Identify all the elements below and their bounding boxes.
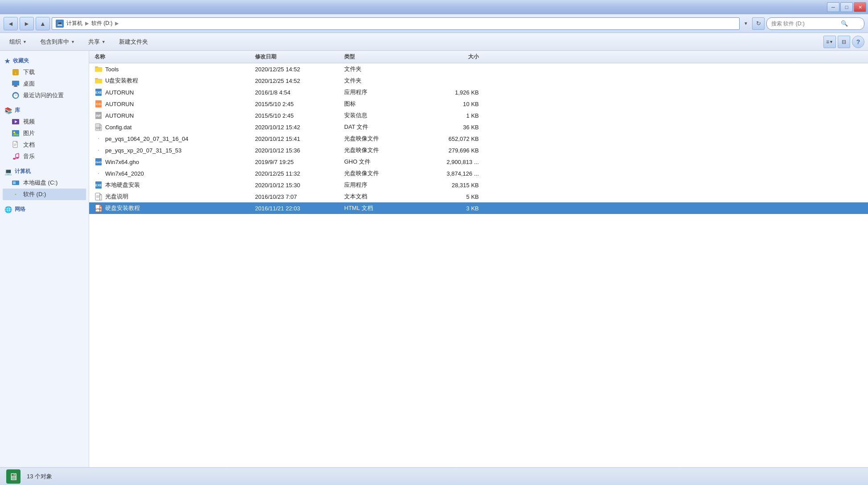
recent-label: 最近访问的位置 [23,91,64,99]
search-input[interactable] [771,21,838,27]
drive-d-label: 软件 (D:) [23,190,46,198]
file-type: 图标 [342,100,423,108]
organize-button[interactable]: 组织 ▼ [4,35,33,49]
sidebar-header-computer[interactable]: 💻 计算机 [3,166,86,177]
title-bar: ─ □ ✕ [0,0,868,14]
table-row[interactable]: INF AUTORUN 2015/5/10 2:45 安装信息 1 KB [89,110,868,121]
search-icon: 🔍 [841,20,848,27]
sidebar-item-documents[interactable]: 文档 [3,139,86,151]
file-name-cell: EXE 本地硬盘安装 [93,181,253,189]
up-button[interactable]: ▲ [36,17,50,30]
preview-pane-button[interactable]: ⊟ [838,36,850,48]
file-icon-iso [95,135,103,143]
file-icon-txt [95,193,103,201]
sidebar-item-video[interactable]: 视频 [3,116,86,127]
refresh-button[interactable]: ↻ [752,17,765,30]
column-headers: 名称 修改日期 类型 大小 [89,51,868,63]
file-name: Win7x64_2020 [105,170,144,177]
forward-button[interactable]: ► [20,17,34,30]
sidebar-header-library[interactable]: 📚 库 [3,105,86,116]
sidebar-item-recent[interactable]: 🕐 最近访问的位置 [3,90,86,101]
sidebar-section-computer: 💻 计算机 本地磁盘 (C:) 软件 (D:) [3,166,86,200]
address-input[interactable]: 💻 计算机 ▶ 软件 (D:) ▶ [52,17,740,30]
table-row[interactable]: U盘安装教程 2020/12/25 14:52 文件夹 [89,75,868,86]
table-row[interactable]: Win7x64_2020 2020/12/25 11:32 光盘映像文件 3,8… [89,168,868,179]
sidebar-header-favorites[interactable]: ★ 收藏夹 [3,55,86,66]
file-type: 光盘映像文件 [342,146,423,154]
col-header-type[interactable]: 类型 [342,53,423,61]
file-size: 5 KB [423,193,481,200]
table-row[interactable]: Tools 2020/12/25 14:52 文件夹 [89,63,868,75]
file-name-cell: pe_yqs_xp_20_07_31_15_53 [93,146,253,154]
share-button[interactable]: 共享 ▼ [82,35,111,49]
sidebar-header-network[interactable]: 🌐 网络 [3,204,86,215]
file-size: 2,900,813 ... [423,159,481,165]
music-icon [12,152,20,160]
sidebar-item-downloads[interactable]: ↓ 下载 [3,66,86,78]
documents-icon [12,141,20,149]
file-name: Win7x64.gho [105,159,139,165]
address-bar: ◄ ► ▲ 💻 计算机 ▶ 软件 (D:) ▶ ▼ ↻ 🔍 [0,14,868,33]
table-row[interactable]: DAT Config.dat 2020/10/12 15:42 DAT 文件 3… [89,121,868,133]
svg-rect-52 [100,195,102,200]
view-options-button[interactable]: ≡ ▼ [823,36,836,48]
table-row[interactable]: HTML 硬盘安装教程 2016/11/21 22:03 HTML 文档 3 K… [89,202,868,214]
new-folder-button[interactable]: 新建文件夹 [113,35,154,49]
pictures-icon [12,129,20,137]
table-row[interactable]: pe_yqs_xp_20_07_31_15_53 2020/10/12 15:3… [89,144,868,156]
address-dropdown-button[interactable]: ▼ [741,17,750,30]
file-date: 2016/1/8 4:54 [253,89,342,96]
file-name: 光盘说明 [105,193,128,201]
col-header-date[interactable]: 修改日期 [253,53,342,61]
close-button[interactable]: ✕ [854,2,866,12]
svg-point-10 [13,132,15,133]
table-row[interactable]: 光盘说明 2016/10/23 7:07 文本文档 5 KB [89,191,868,202]
table-row[interactable]: pe_yqs_1064_20_07_31_16_04 2020/10/12 15… [89,133,868,144]
svg-text:EXE: EXE [95,91,102,94]
sidebar-item-drive-c[interactable]: 本地磁盘 (C:) [3,177,86,189]
file-icon-folder [95,77,103,85]
sidebar-item-pictures[interactable]: 图片 [3,127,86,139]
file-name-cell: DAT Config.dat [93,123,253,131]
table-row[interactable]: ICO AUTORUN 2015/5/10 2:45 图标 10 KB [89,98,868,110]
table-row[interactable]: EXE 本地硬盘安装 2020/10/12 15:30 应用程序 28,315 … [89,179,868,191]
preview-pane-icon: ⊟ [842,39,846,45]
file-size: 652,072 KB [423,136,481,142]
file-type: 安装信息 [342,111,423,119]
sidebar-item-desktop[interactable]: 桌面 [3,78,86,90]
file-size: 279,696 KB [423,147,481,154]
network-label: 网络 [15,206,25,213]
file-type: GHO 文件 [342,158,423,166]
breadcrumb-sep1: ▶ [85,21,89,26]
sidebar-item-music[interactable]: 音乐 [3,151,86,162]
file-size: 28,315 KB [423,182,481,189]
file-size: 36 KB [423,124,481,131]
file-date: 2020/12/25 14:52 [253,78,342,84]
back-button[interactable]: ◄ [4,17,18,30]
table-row[interactable]: EXE AUTORUN 2016/1/8 4:54 应用程序 1,926 KB [89,86,868,98]
sidebar-section-network: 🌐 网络 [3,204,86,215]
address-computer-icon: 💻 [56,20,64,28]
col-header-size[interactable]: 大小 [423,53,481,61]
minimize-button[interactable]: ─ [827,2,839,12]
music-label: 音乐 [23,152,35,160]
help-button[interactable]: ? [852,36,864,48]
table-row[interactable]: GHO Win7x64.gho 2019/9/7 19:25 GHO 文件 2,… [89,156,868,168]
svg-text:GHO: GHO [95,161,102,164]
file-date: 2020/10/12 15:30 [253,182,342,189]
svg-rect-4 [13,86,18,87]
col-header-name[interactable]: 名称 [93,53,253,61]
sidebar-section-favorites: ★ 收藏夹 ↓ 下载 桌面 🕐 最近访问的位置 [3,55,86,101]
status-count: 13 个对象 [27,473,52,481]
file-icon-html: HTML [95,204,103,212]
breadcrumb-drive: 软件 (D:) [91,20,112,27]
svg-point-26 [15,194,16,195]
breadcrumb-sep2: ▶ [115,21,119,26]
add-to-library-button[interactable]: 包含到库中 ▼ [34,35,81,49]
file-name: 硬盘安装教程 [105,204,140,212]
maximize-button[interactable]: □ [840,2,853,12]
file-icon-gho: GHO [95,158,103,166]
svg-text:🕐: 🕐 [13,93,19,99]
sidebar-item-drive-d[interactable]: 软件 (D:) [3,189,86,200]
drive-c-label: 本地磁盘 (C:) [23,179,58,187]
